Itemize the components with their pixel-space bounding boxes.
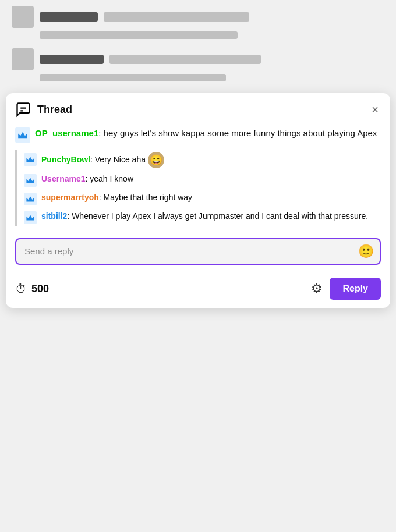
reply-text-4: sitbill2: Whenever I play Apex I always … [41, 210, 386, 222]
feed-meta-bar-2 [109, 55, 261, 64]
feed-avatar-1 [12, 6, 34, 28]
reply-text-3: supermarrtyoh: Maybe that the right way [41, 191, 386, 204]
reply-input[interactable] [24, 246, 354, 256]
reply-username-1: PunchyBowl [41, 155, 90, 164]
reply-message-3: : Maybe that the right way [99, 193, 192, 202]
twitch-crown-icon-3 [24, 193, 37, 205]
feed-item-2 [12, 48, 384, 81]
reply-button[interactable]: Reply [330, 278, 381, 300]
reply-message-1: : Very Nice aha [90, 155, 148, 164]
thread-header-left: Thread [15, 101, 72, 118]
reply-item-1: PunchyBowl: Very Nice aha 😄 [24, 150, 386, 171]
feed-item-1 [12, 6, 384, 39]
op-message-text: OP_username1: hey guys let's show kappa … [35, 127, 381, 140]
op-message-content: : hey guys let's show kappa some more fu… [98, 128, 377, 138]
feed-name-bar-2 [40, 55, 104, 64]
reply-item-3: supermarrtyoh: Maybe that the right way [24, 189, 386, 208]
close-button[interactable]: × [369, 101, 381, 118]
reply-input-box: 🙂 [15, 238, 381, 265]
reply-input-area: 🙂 [6, 231, 390, 272]
op-message: OP_username1: hey guys let's show kappa … [6, 125, 390, 150]
twitch-crown-icon-1 [24, 153, 37, 166]
reply-text-1: PunchyBowl: Very Nice aha 😄 [41, 152, 386, 168]
reply-text-2: Username1: yeah I know [41, 173, 386, 185]
feed-background [6, 6, 390, 91]
thread-header: Thread × [6, 93, 390, 125]
reply-username-2: Username1 [41, 174, 86, 183]
thread-title: Thread [37, 104, 72, 116]
feed-text-bar-2 [40, 74, 226, 81]
feed-name-bar-1 [40, 12, 98, 22]
feed-avatar-2 [12, 48, 34, 70]
bottom-actions: ⚙ Reply [311, 278, 381, 300]
thread-chat-icon [15, 101, 31, 118]
reply-message-4: : Whenever I play Apex I always get Jump… [67, 211, 368, 221]
op-username: OP_username1 [35, 128, 98, 138]
thread-panel: Thread × OP_username1: hey guys let's sh… [6, 93, 390, 308]
reply-message-2: : yeah I know [86, 174, 134, 183]
points-icon: ⏱ [15, 282, 27, 296]
twitch-crown-icon-op [15, 127, 30, 143]
reply-item-4: sitbill2: Whenever I play Apex I always … [24, 208, 386, 226]
feed-text-bar-1 [40, 31, 238, 39]
emoji-button[interactable]: 🙂 [358, 244, 374, 259]
settings-button[interactable]: ⚙ [311, 281, 323, 296]
replies-section: PunchyBowl: Very Nice aha 😄 Username1: y… [15, 150, 386, 226]
points-value: 500 [31, 283, 49, 295]
bottom-bar: ⏱ 500 ⚙ Reply [6, 272, 390, 308]
twitch-crown-icon-2 [24, 174, 37, 187]
kappa-emote: 😄 [148, 152, 164, 168]
reply-item-2: Username1: yeah I know [24, 171, 386, 189]
points-section: ⏱ 500 [15, 282, 49, 296]
reply-username-4: sitbill2 [41, 211, 67, 221]
twitch-crown-icon-4 [24, 211, 37, 224]
feed-meta-bar-1 [104, 12, 249, 22]
reply-username-3: supermarrtyoh [41, 193, 99, 202]
